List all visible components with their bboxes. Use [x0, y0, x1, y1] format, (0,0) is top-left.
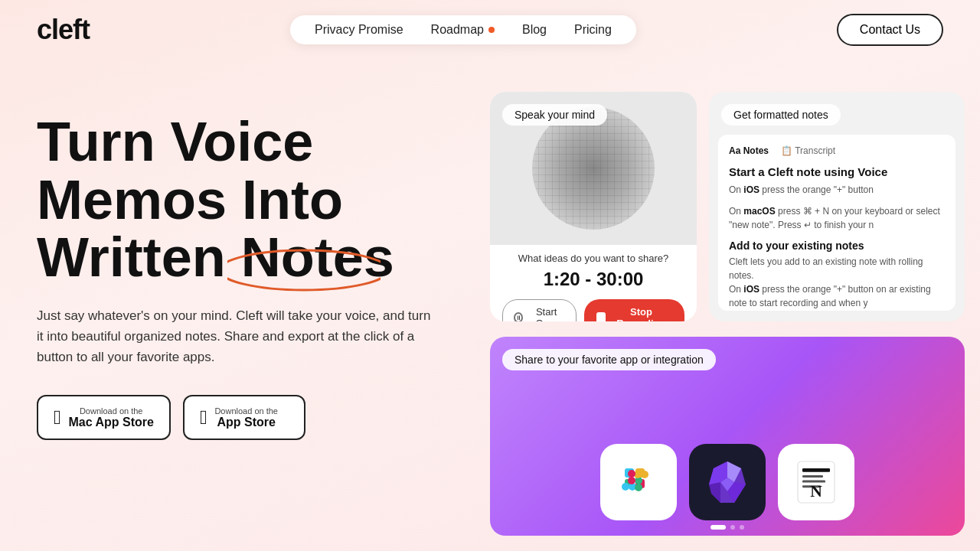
mac-btn-text: Download on the Mac App Store [69, 406, 154, 429]
recording-timer: 1:20 - 30:00 [502, 269, 684, 290]
notes-text-2: On macOS press ⌘ + N on your keyboard or… [729, 204, 945, 232]
dot-3 [740, 525, 744, 530]
svg-point-8 [635, 484, 642, 491]
slack-icon [616, 459, 662, 505]
ios-btn-top: Download on the [214, 406, 278, 416]
svg-rect-21 [802, 475, 823, 478]
contact-button[interactable]: Contact Us [837, 14, 943, 46]
share-icons: N [600, 444, 854, 520]
nav-pill: Privacy Promise Roadmap Blog Pricing [290, 15, 636, 44]
transcript-icon: 📋 [781, 145, 792, 156]
nav-roadmap[interactable]: Roadmap [431, 23, 495, 37]
notes-text-4: On iOS press the orange "+" button on ar… [729, 282, 945, 310]
recording-question: What ideas do you want to share? [502, 253, 684, 264]
voice-blob [532, 107, 655, 230]
stop-icon [596, 312, 606, 321]
app-buttons:  Download on the Mac App Store  Downlo… [37, 395, 435, 440]
hero-title-line3: Written Notes [37, 229, 435, 287]
navbar: cleft Privacy Promise Roadmap Blog Prici… [0, 14, 980, 46]
obsidian-icon [704, 459, 750, 505]
svg-marker-17 [709, 482, 720, 503]
notion-icon-box[interactable]: N [778, 444, 854, 520]
svg-point-12 [628, 470, 635, 478]
logo: cleft [37, 14, 90, 46]
dot-1 [710, 525, 726, 530]
apple-icon:  [54, 406, 61, 429]
mac-btn-bottom: Mac App Store [69, 416, 154, 429]
notes-title-1: Start a Cleft note using Voice [729, 165, 945, 178]
ios-app-store-button[interactable]:  Download on the App Store [183, 395, 305, 440]
roadmap-notification-dot [488, 27, 495, 33]
aa-icon: Aa [729, 145, 740, 156]
notes-tabs: Aa Notes 📋 Transcript [729, 145, 945, 156]
notes-highlight: Notes [241, 229, 394, 287]
notes-text-3: Cleft lets you add to an existing note w… [729, 255, 945, 282]
hero-title-line1: Turn Voice [37, 113, 435, 171]
svg-rect-20 [802, 468, 830, 472]
dot-2 [730, 525, 735, 530]
right-panels: Speak your mind What ideas do you want t… [490, 92, 965, 321]
notes-panel-label: Get formatted notes [721, 104, 841, 126]
start-over-button[interactable]: ⏸ Start Over [502, 299, 577, 321]
share-panel: Share to your favorite app or integratio… [490, 337, 965, 536]
tab-notes[interactable]: Aa Notes [729, 145, 769, 156]
recording-panel-label: Speak your mind [502, 104, 607, 126]
ios-btn-bottom: App Store [214, 416, 278, 429]
nav-privacy[interactable]: Privacy Promise [315, 23, 403, 37]
slack-icon-box[interactable] [600, 444, 677, 520]
recording-panel: Speak your mind What ideas do you want t… [490, 92, 697, 321]
share-panel-label: Share to your favorite app or integratio… [502, 349, 716, 370]
notes-inner: Aa Notes 📋 Transcript Start a Cleft note… [718, 135, 956, 311]
hero-title: Turn Voice Memos Into Written Notes [37, 113, 435, 287]
svg-point-5 [622, 483, 629, 491]
svg-point-11 [628, 477, 635, 484]
svg-text:N: N [810, 482, 822, 500]
notes-title-2: Add to your existing notes [729, 240, 945, 252]
ios-btn-text: Download on the App Store [214, 406, 278, 429]
notes-panel: Get formatted notes Aa Notes 📋 Transcrip… [709, 92, 965, 321]
mac-btn-top: Download on the [69, 406, 154, 416]
notion-icon: N [793, 459, 839, 505]
notes-text-1: On iOS press the orange "+" button [729, 183, 945, 197]
svg-point-9 [641, 471, 648, 478]
hero-section: Turn Voice Memos Into Written Notes Just… [37, 113, 435, 440]
mac-app-store-button[interactable]:  Download on the Mac App Store [37, 395, 171, 440]
nav-pricing[interactable]: Pricing [574, 23, 612, 37]
hero-title-line2: Memos Into [37, 171, 435, 230]
recording-body: What ideas do you want to share? 1:20 - … [490, 245, 697, 321]
tab-transcript[interactable]: 📋 Transcript [781, 145, 835, 156]
stop-recording-button[interactable]: Stop Recording [584, 299, 684, 321]
pause-circle-icon: ⏸ [514, 312, 523, 321]
obsidian-icon-box[interactable] [689, 444, 766, 520]
nav-blog[interactable]: Blog [522, 23, 547, 37]
apple-icon-2:  [200, 406, 207, 429]
recording-controls: ⏸ Start Over Stop Recording [502, 299, 684, 321]
hero-subtitle: Just say whatever's on your mind. Cleft … [37, 305, 435, 368]
dots-indicator [710, 525, 744, 530]
